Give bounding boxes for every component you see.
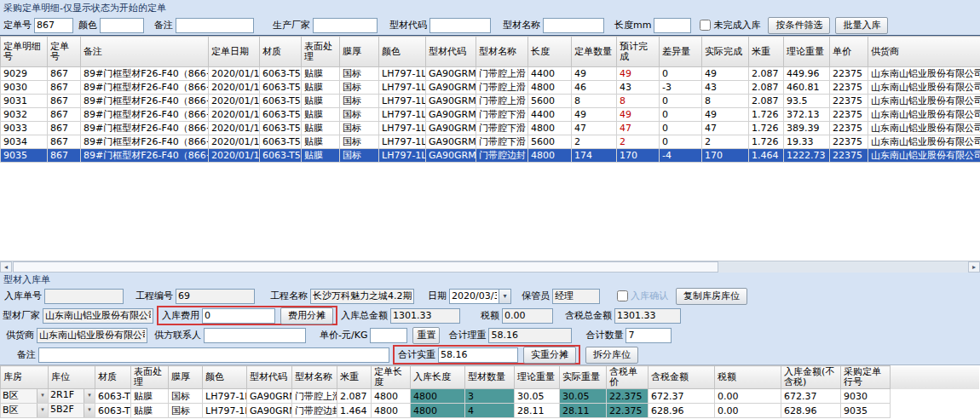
col-surface[interactable]: 表面处理: [302, 37, 340, 67]
copy-warehouse-location-button[interactable]: 复制库房库位: [676, 288, 747, 305]
col-tax[interactable]: 税额: [715, 366, 781, 389]
date-picker[interactable]: ▾: [449, 289, 511, 304]
col-tax-amount[interactable]: 含税金额: [649, 366, 715, 389]
profile-code-input[interactable]: [429, 18, 491, 33]
order-detail-row[interactable]: 9031 867 89#门框型材F26-F40（866+867） 2020/01…: [1, 95, 980, 108]
contact-input[interactable]: [204, 328, 306, 343]
cell-length: 5600: [528, 95, 572, 108]
col-profile-name[interactable]: 型材名称: [292, 366, 337, 389]
order-no-input[interactable]: [34, 18, 73, 33]
col-order-no[interactable]: 定单号: [48, 37, 81, 67]
col-location[interactable]: 库位: [49, 366, 95, 389]
order-detail-row[interactable]: 9032 867 89#门框型材F26-F40（866+867） 2020/01…: [1, 108, 980, 122]
col-order-line-no[interactable]: 采购定单行号: [841, 366, 891, 389]
col-order-length[interactable]: 定单长度: [372, 366, 411, 389]
col-color[interactable]: 颜色: [203, 366, 247, 389]
manufacturer-input[interactable]: [313, 18, 378, 33]
location-select[interactable]: 5B2F▾: [49, 404, 95, 418]
col-actual-weight[interactable]: 实际重量: [560, 366, 607, 389]
col-color[interactable]: 颜色: [379, 37, 426, 67]
project-name-input[interactable]: [310, 289, 414, 304]
inbound-remark-input[interactable]: [38, 347, 389, 363]
fee-share-button[interactable]: 费用分摊: [280, 307, 333, 324]
unit-price-input[interactable]: [370, 328, 407, 343]
scroll-right-icon[interactable]: ▸: [968, 261, 980, 273]
calendar-dropdown-icon[interactable]: ▾: [499, 289, 511, 304]
order-detail-row[interactable]: 9033 867 89#门框型材F26-F40（866+867） 2020/01…: [1, 122, 980, 135]
amount-tax-input[interactable]: [614, 308, 681, 324]
col-material[interactable]: 材质: [95, 366, 131, 389]
order-detail-row[interactable]: 9034 867 89#门框型材F26-F40（866+867） 2020/01…: [1, 135, 980, 149]
filter-by-condition-button[interactable]: 按条件筛选: [768, 17, 830, 34]
col-surface[interactable]: 表面处理: [131, 366, 169, 389]
col-qty[interactable]: 型材数量: [465, 366, 515, 389]
cell-film: 国标: [340, 122, 379, 135]
warehouse-select[interactable]: B区▾: [1, 389, 49, 404]
inbound-row[interactable]: B区▾ 2R1F▾ 6063-T5 贴膜 国标 LH797-1LL0 GA90G…: [1, 389, 980, 404]
inbound-no-input[interactable]: [44, 289, 124, 304]
col-theory-weight[interactable]: 理论重量: [515, 366, 560, 389]
col-material[interactable]: 材质: [260, 37, 302, 67]
fee-input[interactable]: [202, 308, 275, 324]
col-supplier[interactable]: 供货商: [868, 37, 980, 67]
col-meter-weight[interactable]: 米重: [337, 366, 372, 389]
col-order-date[interactable]: 定单日期: [209, 37, 260, 67]
col-theory-weight[interactable]: 理论重量: [784, 37, 830, 67]
col-unit-price[interactable]: 单价: [830, 37, 868, 67]
col-diff[interactable]: 差异量: [660, 37, 702, 67]
actual-weight-share-button[interactable]: 实重分摊: [523, 347, 576, 364]
scrollbar-track[interactable]: [719, 261, 968, 273]
chevron-down-icon[interactable]: ▾: [84, 404, 95, 417]
col-meter-weight[interactable]: 米重: [749, 37, 784, 67]
col-remark[interactable]: 备注: [81, 37, 209, 67]
project-no-input[interactable]: [176, 289, 255, 304]
inbound-confirm-checkbox[interactable]: [617, 290, 628, 301]
col-film[interactable]: 膜厚: [169, 366, 203, 389]
col-order-qty[interactable]: 定单数量: [572, 37, 617, 67]
inbound-row[interactable]: B区▾ 5B2F▾ 6063-T5 贴膜 国标 LH797-1LL0 GA90G…: [1, 404, 980, 418]
col-est-done[interactable]: 预计完成: [617, 37, 660, 67]
batch-inbound-button[interactable]: 批量入库: [835, 17, 888, 34]
unfinished-checkbox[interactable]: [700, 20, 711, 31]
col-length[interactable]: 长度: [528, 37, 572, 67]
keeper-input[interactable]: [552, 289, 600, 304]
chevron-down-icon[interactable]: ▾: [37, 389, 48, 403]
chevron-down-icon[interactable]: ▾: [37, 404, 48, 417]
remark-input[interactable]: [176, 18, 254, 33]
col-actual-done[interactable]: 实际完成: [702, 37, 749, 67]
col-amount-no-tax[interactable]: 入库金额(不含税): [781, 366, 841, 389]
col-warehouse[interactable]: 库房: [1, 366, 49, 389]
reset-button[interactable]: 重置: [412, 327, 440, 344]
scroll-left-icon[interactable]: ◂: [0, 261, 12, 273]
amount-input[interactable]: [390, 308, 460, 324]
date-input[interactable]: [449, 289, 499, 304]
order-detail-row[interactable]: 9035 867 89#门框型材F26-F40（866+867） 2020/01…: [1, 149, 980, 163]
scrollbar-thumb[interactable]: [13, 261, 718, 273]
factory-input[interactable]: [43, 308, 153, 324]
col-film[interactable]: 膜厚: [340, 37, 379, 67]
color-input[interactable]: [100, 18, 144, 33]
tax-input[interactable]: [502, 308, 553, 324]
col-profile-name[interactable]: 型材名称: [476, 37, 528, 67]
warehouse-select[interactable]: B区▾: [1, 404, 49, 418]
col-profile-code[interactable]: 型材代码: [426, 37, 476, 67]
qty-total-input[interactable]: [625, 328, 672, 343]
cell-actual-done: 2: [702, 135, 749, 149]
col-detail-no[interactable]: 定单明细号: [1, 37, 48, 67]
profile-name-input[interactable]: [543, 18, 604, 33]
split-location-button[interactable]: 拆分库位: [585, 347, 638, 364]
actual-total-input[interactable]: [438, 347, 518, 363]
length-input[interactable]: [654, 18, 691, 33]
supplier-input[interactable]: [37, 328, 147, 343]
horizontal-scrollbar[interactable]: ◂ ▸: [0, 261, 980, 273]
col-tax-price[interactable]: 含税单价: [607, 366, 649, 389]
col-in-length[interactable]: 入库长度: [411, 366, 465, 389]
cell-material: 6063-T5: [260, 81, 302, 95]
cell-remark: 89#门框型材F26-F40（866+867）: [81, 81, 209, 95]
order-detail-row[interactable]: 9030 867 89#门框型材F26-F40（866+867） 2020/01…: [1, 81, 980, 95]
order-detail-row[interactable]: 9029 867 89#门框型材F26-F40（866+867） 2020/01…: [1, 67, 980, 81]
theory-total-input[interactable]: [488, 328, 572, 343]
chevron-down-icon[interactable]: ▾: [84, 389, 95, 403]
col-profile-code[interactable]: 型材代码: [247, 366, 292, 389]
location-select[interactable]: 2R1F▾: [49, 389, 95, 404]
